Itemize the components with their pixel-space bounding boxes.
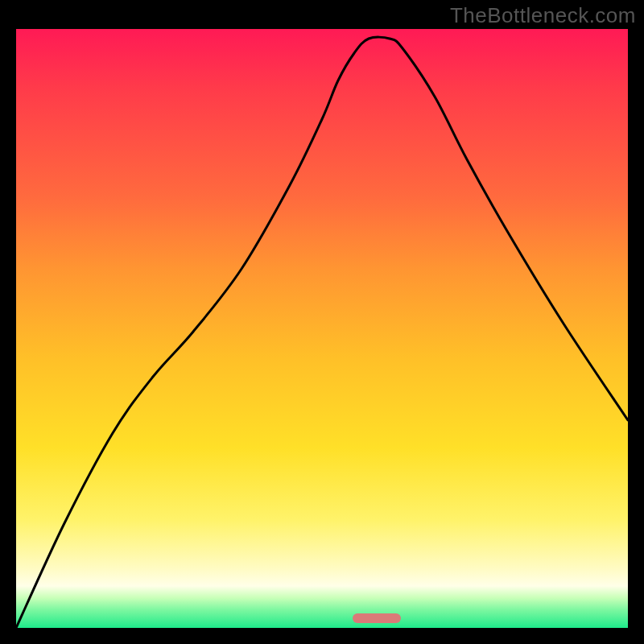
bottleneck-curve-svg <box>16 29 628 628</box>
watermark-text: TheBottleneck.com <box>450 3 636 28</box>
bottleneck-curve <box>16 37 628 628</box>
chart-container: TheBottleneck.com <box>0 0 644 644</box>
plot-area <box>16 29 628 628</box>
